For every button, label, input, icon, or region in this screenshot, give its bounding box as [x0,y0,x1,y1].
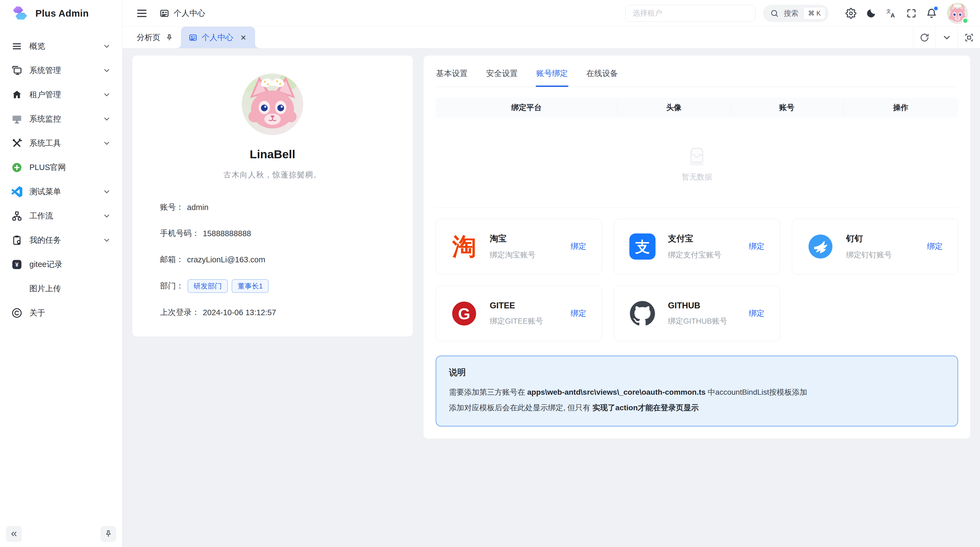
app-logo: Plus Admin [0,0,122,27]
tab-bar: 分析页 个人中心 [123,27,980,48]
fullscreen-button[interactable] [904,6,919,21]
column-account: 账号 [730,102,843,113]
sidebar-item-plus-website[interactable]: PLUS官网 [4,156,118,179]
tabbar-spacer [255,27,913,48]
sidebar-item-system-tools[interactable]: 系统工具 [4,132,118,155]
fullscreen-icon [906,8,917,19]
column-actions: 操作 [843,102,958,113]
bind-link[interactable]: 绑定 [571,241,586,252]
sidebar-footer [0,521,122,547]
bind-link[interactable]: 绑定 [749,308,764,319]
tab-online-devices[interactable]: 在线设备 [586,66,619,87]
sidebar-item-system-monitor[interactable]: 系统监控 [4,108,118,131]
svg-text:支: 支 [635,239,650,255]
tab-analysis[interactable]: 分析页 [123,27,181,48]
note-title: 说明 [449,367,945,378]
chevron-down-icon [103,188,111,196]
sidebar-item-test-menu[interactable]: 测试菜单 [4,180,118,203]
sidebar-item-about[interactable]: 关于 [4,301,118,324]
theme-toggle-button[interactable] [864,6,879,21]
sidebar-menu: 概览 系统管理 租户管理 系统监控 [0,27,122,521]
pin-icon [104,529,113,538]
profile-name: LinaBell [132,148,413,161]
notification-badge [933,6,939,11]
column-platform: 绑定平台 [436,102,617,113]
field-label: 手机号码： [160,228,200,239]
taobao-icon: 淘 [451,233,477,260]
chevron-down-icon [103,139,111,147]
chevron-down-icon [103,67,111,75]
copyright-icon [11,308,22,319]
app-title: Plus Admin [35,8,89,19]
sidebar-item-workflow[interactable]: 工作流 [4,204,118,228]
hamburger-menu-button[interactable] [135,7,148,20]
bind-card-github: GITHUB 绑定GITHUB账号 绑定 [614,286,780,341]
user-avatar[interactable] [947,3,968,24]
display-icon [11,113,22,124]
notifications-button[interactable] [924,6,939,21]
profile-field-account: 账号： admin [160,201,385,214]
bind-link[interactable]: 绑定 [927,241,943,252]
sidebar-item-tenant-management[interactable]: 租户管理 [4,83,118,106]
chevron-down-icon [103,115,111,123]
svg-text:A: A [891,12,895,19]
card-title: 支付宝 [668,233,743,244]
bind-link[interactable]: 绑定 [571,308,586,319]
tab-account-binding[interactable]: 账号绑定 [536,66,568,87]
sidebar-item-my-tasks[interactable]: 我的任务 [4,229,118,252]
chevrons-left-icon [10,529,18,538]
menu-lines-icon [11,41,22,52]
field-label: 邮箱： [160,254,184,265]
plus-circle-icon [11,162,22,173]
empty-inbox-icon [684,143,710,166]
online-status-dot [962,18,969,24]
collapse-sidebar-button[interactable] [6,526,22,542]
sidebar-item-image-upload[interactable]: 图片上传 [4,277,118,300]
column-avatar: 头像 [617,102,730,113]
gear-icon [846,8,856,19]
sidebar-item-system-management[interactable]: 系统管理 [4,59,118,82]
bind-link[interactable]: 绑定 [749,241,764,252]
tab-basic-settings[interactable]: 基本设置 [436,66,468,87]
card-desc: 绑定GITHUB账号 [668,316,743,326]
settings-button[interactable] [843,6,859,21]
tab-profile-center[interactable]: 个人中心 [181,27,255,48]
tenant-select-input[interactable] [625,5,756,22]
profile-motto: 古木向人秋，惊蓬掠鬓稠。 [132,170,413,180]
bind-card-alipay: 支 支付宝 绑定支付宝账号 绑定 [614,219,780,274]
profile-field-email: 邮箱： crazyLionLi@163.com [160,253,385,266]
id-card-icon [159,8,169,18]
house-icon [11,89,22,100]
bind-card-gitee: G GITEE 绑定GITEE账号 绑定 [436,286,602,341]
main-area: 个人中心 搜索 ⌘ K 文A 分析 [123,0,980,547]
alipay-icon: 支 [629,233,655,260]
global-search-button[interactable]: 搜索 ⌘ K [763,5,829,22]
field-label: 上次登录： [160,307,200,318]
close-tab-icon[interactable] [239,33,247,41]
refresh-button[interactable] [913,27,935,48]
chevron-down-icon [103,236,111,244]
field-value: crazyLionLi@163.com [187,255,265,264]
bind-card-dingtalk: 钉钉 绑定钉钉账号 绑定 [792,219,958,274]
language-button[interactable]: 文A [884,6,899,21]
pin-sidebar-button[interactable] [100,526,116,542]
tasks-clipboard-icon [11,235,22,246]
sidebar-item-overview[interactable]: 概览 [4,35,118,58]
card-desc: 绑定GITEE账号 [490,316,565,326]
tabs-menu-button[interactable] [935,27,958,48]
tab-security-settings[interactable]: 安全设置 [486,66,518,87]
chevron-down-icon [103,212,111,220]
user-avatar-large [242,73,303,135]
sidebar-item-gitee-records[interactable]: ¥ gitee记录 [4,253,118,276]
search-icon [770,9,779,18]
header: 个人中心 搜索 ⌘ K 文A [123,0,980,27]
profile-field-last-login: 上次登录： 2024-10-06 13:12:57 [160,306,385,319]
profile-field-phone: 手机号码： 15888888888 [160,227,385,240]
vscode-icon [11,186,22,197]
page-content: LinaBell 古木向人秋，惊蓬掠鬓稠。 账号： admin 手机号码： 15… [123,48,980,547]
card-title: 钉钉 [846,233,921,244]
content-fullscreen-button[interactable] [958,27,980,48]
profile-field-department: 部门： 研发部门 董事长1 [160,279,385,293]
binding-cards: 淘 淘宝 绑定淘宝账号 绑定 支 支付宝 绑定支付宝账号 [436,219,958,341]
id-card-icon [189,33,197,42]
